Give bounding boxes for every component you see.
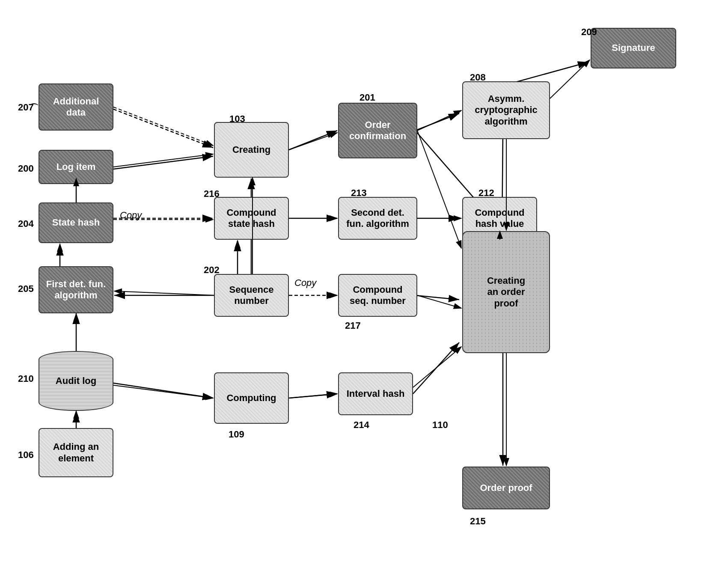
state-hash-label: State hash <box>52 217 100 228</box>
ref-103: 103 <box>229 113 245 125</box>
svg-line-4 <box>289 131 337 150</box>
ref-217: 217 <box>345 320 361 331</box>
svg-line-2 <box>113 109 213 148</box>
ref-202: 202 <box>204 265 220 276</box>
state-hash-node: State hash <box>39 202 113 243</box>
interval-hash-node: Interval hash <box>338 372 413 415</box>
creating-node: Creating <box>214 122 289 178</box>
log-item-label: Log item <box>56 161 96 172</box>
adding-element-label: Adding anelement <box>53 441 99 464</box>
first-det-fun-node: First det. fun.algorithm <box>39 266 113 313</box>
svg-line-40 <box>114 291 214 295</box>
second-det-fun-label: Second det.fun. algorithm <box>346 207 409 230</box>
creating-order-proof-label: Creatingan orderproof <box>487 275 525 309</box>
log-item-node: Log item <box>39 150 113 184</box>
audit-log-label: Audit log <box>56 375 96 387</box>
ref-110: 110 <box>432 419 448 431</box>
svg-line-29 <box>113 154 213 167</box>
ref-212: 212 <box>478 187 494 199</box>
ref-214: 214 <box>354 419 369 431</box>
audit-log-node: Audit log <box>39 351 113 411</box>
asymm-crypto-label: Asymm.cryptographicalgorithm <box>475 93 538 127</box>
additional-data-label: Additionaldata <box>53 96 99 119</box>
ref-204: 204 <box>18 218 34 229</box>
creating-label: Creating <box>232 144 270 155</box>
compound-seq-number-label: Compoundseq. number <box>350 284 406 307</box>
first-det-fun-label: First det. fun.algorithm <box>46 279 106 301</box>
additional-data-node: Additionaldata <box>39 83 113 131</box>
ref-106: 106 <box>18 449 34 461</box>
svg-line-30 <box>289 133 337 150</box>
svg-line-46 <box>113 385 213 398</box>
svg-line-22 <box>289 394 337 398</box>
order-proof-node: Order proof <box>462 467 550 509</box>
svg-line-18 <box>415 295 459 300</box>
signature-node: Signature <box>591 28 676 68</box>
copy-label-1: Copy <box>120 210 142 221</box>
svg-line-3 <box>113 156 213 169</box>
ref-208: 208 <box>470 72 486 83</box>
svg-line-31 <box>417 110 461 131</box>
svg-line-49 <box>413 347 461 387</box>
svg-line-48 <box>289 394 337 398</box>
ref-109: 109 <box>229 429 244 440</box>
ref-201: 201 <box>360 92 375 103</box>
ref-209: 209 <box>581 27 597 38</box>
ref-210: 210 <box>18 373 34 384</box>
computing-node: Computing <box>214 372 289 424</box>
order-proof-label: Order proof <box>480 482 532 494</box>
interval-hash-label: Interval hash <box>347 388 405 399</box>
order-confirmation-node: Orderconfirmation <box>338 103 417 158</box>
svg-line-20 <box>113 383 213 398</box>
creating-order-proof-node: Creatingan orderproof <box>462 231 550 353</box>
ref-215: 215 <box>470 516 486 527</box>
diagram: Additionaldata Log item State hash First… <box>0 0 728 568</box>
ref-207-curve: ⌒ <box>29 102 39 115</box>
svg-line-51 <box>417 131 461 248</box>
sequence-number-label: Sequencenumber <box>229 284 274 307</box>
ref-213: 213 <box>351 187 367 199</box>
adding-element-node: Adding anelement <box>39 428 113 477</box>
compound-state-hash-node: Compoundstate hash <box>214 197 289 240</box>
svg-line-5 <box>415 113 459 131</box>
ref-200: 200 <box>18 163 34 174</box>
asymm-crypto-node: Asymm.cryptographicalgorithm <box>462 81 550 139</box>
svg-line-32 <box>550 60 590 98</box>
order-confirmation-label: Orderconfirmation <box>349 119 406 142</box>
svg-line-28 <box>113 107 213 146</box>
signature-label: Signature <box>612 42 655 54</box>
sequence-number-node: Sequencenumber <box>214 274 289 317</box>
computing-label: Computing <box>226 393 276 404</box>
ref-216: 216 <box>204 188 220 199</box>
svg-line-44 <box>417 295 461 308</box>
compound-seq-number-node: Compoundseq. number <box>338 274 417 317</box>
svg-line-23 <box>413 342 459 394</box>
compound-state-hash-label: Compoundstate hash <box>226 207 276 230</box>
second-det-fun-node: Second det.fun. algorithm <box>338 197 417 240</box>
ref-205: 205 <box>18 283 34 294</box>
compound-hash-value-label: Compoundhash value <box>475 207 524 230</box>
copy-label-2: Copy <box>294 277 316 288</box>
